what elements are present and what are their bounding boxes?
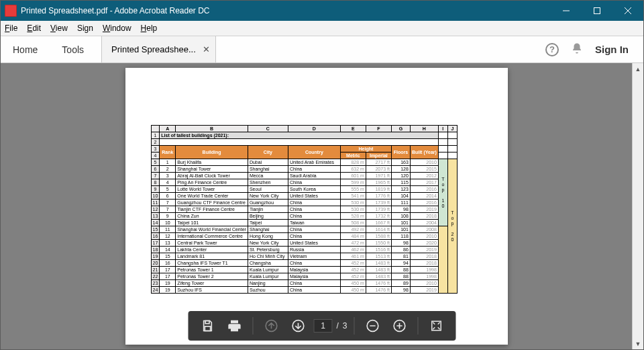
window-title: Printed Spreadsheet.pdf - Adobe Acrobat … <box>21 6 210 15</box>
close-tab-icon[interactable]: ✕ <box>203 44 210 54</box>
table-row: 127Tianjin CTF Finance CentreTianjinChin… <box>151 206 457 213</box>
sign-in-button[interactable]: Sign In <box>595 44 629 55</box>
table-row: 62Shanghai TowerShanghaiChina632 m2073 f… <box>151 166 457 173</box>
title-bar: Printed Spreadsheet.pdf - Adobe Acrobat … <box>1 1 643 21</box>
page-input[interactable] <box>313 319 332 333</box>
page-total: 3 <box>343 321 347 331</box>
menu-edit[interactable]: Edit <box>27 24 41 33</box>
menu-sign[interactable]: Sign <box>77 24 93 33</box>
save-icon[interactable] <box>196 314 219 337</box>
document-tab-label: Printed Spreadshee... <box>111 44 196 54</box>
tab-toolbar: Home Tools Printed Spreadshee... ✕ ? Sig… <box>1 36 643 63</box>
top20-label: Top 20 <box>447 159 457 294</box>
top10-label: Top 10 <box>438 159 447 226</box>
tools-tab[interactable]: Tools <box>50 36 96 62</box>
menu-help[interactable]: Help <box>141 24 158 33</box>
print-icon[interactable] <box>223 314 246 337</box>
menu-view[interactable]: View <box>50 24 68 33</box>
zoom-in-icon[interactable] <box>388 314 411 337</box>
document-viewport: ABCDEFGHIJ 1List of tallest buildings (2… <box>1 63 643 349</box>
scroll-down-icon[interactable]: ▼ <box>633 338 643 349</box>
sheet-title: List of tallest buildings (2021): <box>160 132 439 139</box>
table-row: 84Ping An Finance CentreShenzhenChina599… <box>151 179 457 186</box>
table-row: 1915Landmark 81Ho Chi Minh CityVietnam46… <box>151 253 457 260</box>
table-row: 2016Changsha IFS Tower T1ChangshaChina45… <box>151 260 457 267</box>
page-controls-toolbar: / 3 <box>188 311 455 341</box>
pdf-page: ABCDEFGHIJ 1List of tallest buildings (2… <box>125 68 508 345</box>
acrobat-icon <box>5 5 17 17</box>
table-row: 73Abraj Al-Bait Clock TowerMeccaSaudi Ar… <box>151 173 457 179</box>
home-tab[interactable]: Home <box>1 36 50 62</box>
table-row: 139China ZunBeijingChina528 m1732 ft1082… <box>151 213 457 220</box>
minimize-button[interactable] <box>551 1 582 21</box>
table-row: 95Lotte World TowerSeoulSouth Korea555 m… <box>151 186 457 193</box>
table-row: 1410Taipei 101TaipeiTaiwan508 m1667 ft10… <box>151 220 457 226</box>
table-row: 2117Petronas Tower 1Kuala LumpurMalaysia… <box>151 267 457 273</box>
scroll-up-icon[interactable]: ▲ <box>633 63 643 75</box>
svg-rect-4 <box>205 321 209 324</box>
menu-file[interactable]: File <box>5 24 17 33</box>
table-row: 51Burj KhalifaDubaiUnited Arab Emirates8… <box>151 159 457 166</box>
table-row: 106One World Trade CenterNew York CityUn… <box>151 193 457 200</box>
table-row: 2419Suzhou IFSSuzhouChina450 m1476 ft982… <box>151 287 457 294</box>
help-icon[interactable]: ? <box>545 43 559 56</box>
table-row: 1814Lakhta CenterSt. PetersburgRussia462… <box>151 247 457 253</box>
col-header-row: ABCDEFGHIJ <box>151 126 457 132</box>
table-row: 2217Petronas Tower 2Kuala LumpurMalaysia… <box>151 273 457 280</box>
table-row: 2319Zifeng TowerNanjingChina450 m1476 ft… <box>151 280 457 287</box>
maximize-button[interactable] <box>582 1 612 21</box>
next-page-icon[interactable] <box>286 314 309 337</box>
prev-page-icon[interactable] <box>260 314 282 337</box>
svg-rect-5 <box>205 326 210 331</box>
zoom-out-icon[interactable] <box>362 314 384 337</box>
vertical-scrollbar[interactable]: ▲ ▼ <box>632 63 643 349</box>
menu-window[interactable]: Window <box>103 24 131 33</box>
notifications-icon[interactable] <box>571 42 583 57</box>
close-button[interactable] <box>612 1 643 21</box>
fit-page-icon[interactable] <box>425 314 448 337</box>
table-row: 1511Shanghai World Financial CenterShang… <box>151 226 457 233</box>
table-row: 1612International Commerce CentreHong Ko… <box>151 233 457 240</box>
menu-bar: File Edit View Sign Window Help <box>1 21 643 36</box>
table-row: 1713Central Park TowerNew York CityUnite… <box>151 240 457 247</box>
table-row: 117Guangzhou CTF Finance CentreGuangzhou… <box>151 200 457 206</box>
spreadsheet-table: ABCDEFGHIJ 1List of tallest buildings (2… <box>151 125 458 294</box>
page-indicator: / 3 <box>313 319 347 333</box>
svg-rect-1 <box>594 8 600 14</box>
document-tab[interactable]: Printed Spreadshee... ✕ <box>101 36 216 62</box>
